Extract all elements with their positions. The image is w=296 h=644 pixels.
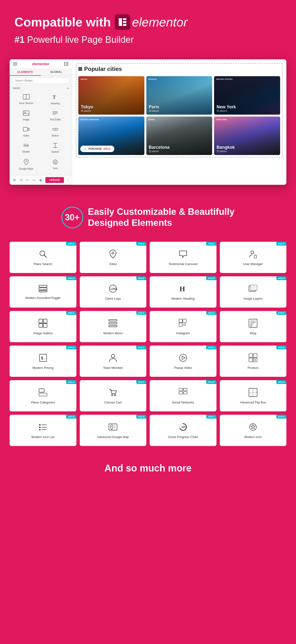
svg-point-57 [111, 354, 114, 358]
tab-elements[interactable]: ELEMENTS [10, 68, 41, 76]
widget-card-place-search[interactable]: GOLO Place Search [10, 242, 76, 273]
purchase-banner[interactable]: 🛒 PURCHASE GOLO [80, 146, 114, 152]
golo-badge: GOLO [276, 242, 287, 246]
widget-card-modern-icon[interactable]: GOLO Modern Icon [220, 415, 287, 446]
preview-icon[interactable]: ◉ [39, 178, 42, 182]
widget-spacer[interactable]: Spacer [41, 140, 70, 156]
svg-line-24 [44, 255, 46, 257]
features-section: 30+ Easily Customizable & Beautifully De… [0, 197, 296, 242]
widget-icon[interactable]: Icon [41, 156, 70, 173]
widget-card-circle-progress[interactable]: GOLO 123 Circle Progress Chart [150, 415, 216, 446]
svg-rect-12 [23, 127, 28, 131]
canvas-cart-icon [108, 388, 118, 398]
widgets-grid: GOLO Place Search GOLO Cities GOLO Testi… [10, 242, 286, 446]
cart-icon: 🛒 [84, 148, 87, 150]
modern-icon-list-icon [38, 422, 48, 433]
widget-card-social-networks[interactable]: GOLO Social Networks [150, 380, 216, 412]
widget-card-popup-video[interactable]: GOLO Popup Video [150, 346, 216, 377]
widget-card-advanced-flip-box[interactable]: GOLO Advanced Flip Box [220, 380, 287, 412]
sidebar-brand: elementor [32, 62, 50, 66]
subtitle-rest: Powerful live Page Builder [24, 34, 134, 45]
widget-image[interactable]: Image [12, 108, 41, 124]
widget-card-place-categories[interactable]: GOLO Place Categories [10, 380, 76, 412]
accordion-icon [38, 285, 48, 294]
widget-divider[interactable]: Divider [12, 140, 41, 156]
golo-badge: GOLO [136, 380, 146, 384]
widget-card-modern-icon-list[interactable]: GOLO Modern Icon List [10, 415, 76, 446]
svg-rect-45 [179, 319, 182, 322]
svg-rect-67 [39, 393, 47, 396]
settings-icon[interactable]: ⚙ [13, 178, 16, 182]
video-icon [23, 127, 29, 133]
widget-card-team-member[interactable]: GOLO Team Member [80, 346, 146, 377]
widget-card-accordion[interactable]: GOLO Modern Accordion/Toggle [10, 276, 76, 308]
golo-badge: GOLO [276, 415, 287, 418]
golo-badge: GOLO [66, 346, 76, 350]
svg-point-79 [39, 426, 40, 428]
drag-handle[interactable] [78, 67, 82, 71]
city-places-bangkok: 15 places [216, 150, 235, 152]
cities-grid: JAPAN Tokyo 16 places FRANCE Paris 18 pl… [78, 76, 280, 155]
search-input[interactable] [12, 78, 69, 84]
city-name-newyork: New York [216, 104, 236, 110]
widget-card-cities[interactable]: GOLO Cities [80, 242, 146, 273]
city-places-paris: 18 places [149, 110, 159, 112]
section-header: Popular cities [78, 66, 280, 72]
city-card-tokyo: JAPAN Tokyo 16 places [78, 76, 144, 114]
city-name-tokyo: Tokyo [81, 104, 93, 110]
svg-rect-46 [183, 319, 186, 322]
chevron-down-icon: ▾ [67, 87, 68, 90]
widget-card-testimonial[interactable]: GOLO Testimonial Carousel [150, 242, 216, 273]
city-card-paris: FRANCE Paris 18 places [146, 76, 212, 114]
widget-card-label: Canvas Cart [104, 400, 122, 405]
widget-button[interactable]: Button [41, 124, 70, 140]
city-card-barcelona: SPAIN Barcelona 15 places [146, 116, 212, 155]
widget-divider-label: Divider [22, 150, 30, 153]
golo-badge: GOLO [206, 346, 216, 350]
golo-badge: GOLO [276, 311, 287, 315]
svg-rect-37 [250, 285, 257, 290]
widget-card-advanced-google-map[interactable]: GOLO Advanced Google Map [80, 415, 146, 446]
widget-video[interactable]: Video [12, 124, 41, 140]
widget-card-label: Advanced Google Map [97, 435, 129, 439]
widget-card-label: Social Networks [172, 400, 194, 405]
popup-video-icon [178, 353, 188, 364]
widget-card-modern-heading[interactable]: GOLO H Modern Heading [150, 276, 216, 308]
compatible-text: Compatible with [14, 15, 111, 29]
widget-card-modern-pricing[interactable]: GOLO $ Modern Pricing [10, 346, 76, 377]
undo-icon[interactable]: ↩ [26, 178, 29, 182]
widget-text-editor[interactable]: Text Editor [41, 108, 70, 124]
divider-icon [23, 143, 29, 150]
chevron-icon[interactable]: › [67, 178, 68, 182]
device-icon[interactable]: ▭ [32, 178, 36, 182]
google-maps-icon [24, 159, 29, 166]
widget-inner-section[interactable]: Inner Section [12, 91, 41, 108]
widget-card-canvas-cart[interactable]: GOLO Canvas Cart [80, 380, 146, 412]
widget-card-modern-menu[interactable]: GOLO Modern Menu [80, 311, 146, 342]
svg-rect-41 [43, 324, 47, 327]
widget-card-client-logo[interactable]: GOLO LOGO Client Logo [80, 276, 146, 308]
svg-rect-62 [249, 358, 253, 362]
history-icon[interactable]: ↺ [20, 178, 22, 182]
advanced-flip-box-icon [248, 388, 258, 398]
widget-heading[interactable]: T Heading [41, 91, 70, 108]
widget-card-instagram[interactable]: GOLO Instagram [150, 311, 216, 342]
image-icon [23, 110, 29, 117]
golo-badge: GOLO [136, 311, 146, 315]
widget-card-image-gallery[interactable]: GOLO Image Gallery [10, 311, 76, 342]
widget-card-product[interactable]: GOLO Product [220, 346, 287, 377]
widget-google-maps[interactable]: Google Maps [12, 156, 41, 173]
widget-card-blog[interactable]: GOLO Blog [220, 311, 287, 342]
cities-icon [109, 250, 117, 260]
widget-card-label: Modern Icon List [32, 435, 54, 439]
update-button[interactable]: UPDATE [46, 177, 64, 183]
widget-card-image-layers[interactable]: GOLO Image Layers [220, 276, 287, 308]
svg-point-77 [39, 424, 40, 426]
widget-card-label: Popup Video [174, 366, 192, 370]
widget-card-label: Cities [109, 262, 117, 266]
city-name-paris: Paris [149, 104, 159, 110]
hamburger-icon[interactable] [13, 62, 17, 65]
widget-card-user-manager[interactable]: GOLO User Manager [220, 242, 287, 273]
widget-card-label: Modern Accordion/Toggle [25, 296, 60, 300]
tab-global[interactable]: GLOBAL [41, 68, 72, 75]
